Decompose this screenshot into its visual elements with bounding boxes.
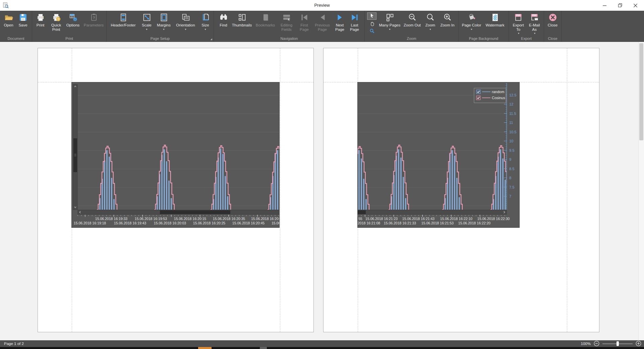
- close-window-button[interactable]: [628, 0, 643, 11]
- size-button[interactable]: Size▾: [198, 12, 213, 35]
- button-label: Find: [220, 23, 227, 27]
- next-page-button[interactable]: Next Page: [332, 12, 348, 35]
- minimize-button[interactable]: [597, 0, 612, 11]
- x-axis-label: 15.06.2: [272, 221, 279, 225]
- ribbon-group-navigation: FindThumbnailsBookmarksEditing FieldsFir…: [214, 11, 365, 42]
- close-icon: [548, 12, 558, 22]
- zoom-slider[interactable]: [602, 341, 633, 346]
- y-axis-label: 11.5: [509, 112, 516, 116]
- button-label: First Page: [300, 23, 309, 31]
- pan-tool-button[interactable]: [367, 20, 376, 27]
- page-color-button[interactable]: Page Color▾: [460, 12, 483, 35]
- random-bar: [507, 198, 508, 210]
- button-label: Previous Page: [315, 23, 330, 31]
- close-preview-button[interactable]: Close: [545, 12, 560, 35]
- random-bar: [220, 148, 221, 210]
- many-pages-button[interactable]: Many Pages▾: [378, 12, 402, 35]
- zoom-percent: 100%: [581, 342, 591, 346]
- legend-checkbox-cosinus[interactable]: [476, 96, 480, 100]
- chart-vertical-scrollbar[interactable]: [73, 84, 77, 210]
- preview-scrollbar-thumb[interactable]: [639, 43, 643, 140]
- chart-horizontal-scrollbar[interactable]: [78, 210, 279, 214]
- parameters-button: ?Parameters: [82, 12, 106, 35]
- header-footer-icon: [118, 12, 128, 22]
- save-icon: [18, 12, 28, 22]
- button-label: Next Page: [335, 23, 344, 31]
- legend-checkbox-random[interactable]: [476, 90, 480, 94]
- status-bar: Page 1 of 2 100%: [0, 340, 644, 347]
- random-bar: [227, 196, 228, 210]
- maximize-restore-button[interactable]: [612, 0, 628, 11]
- chart-legend: randomCosinus: [474, 88, 506, 103]
- preview-vertical-scrollbar[interactable]: [638, 42, 644, 340]
- print-button[interactable]: Print: [33, 12, 48, 35]
- last-page-button[interactable]: Last Page: [348, 12, 362, 35]
- taskbar-highlight: [260, 347, 267, 349]
- zoom-in-step-button[interactable]: [636, 341, 641, 347]
- previous-page-button: Previous Page: [313, 12, 332, 35]
- orientation-icon: [181, 12, 191, 22]
- zoom-button[interactable]: Zoom▾: [423, 12, 438, 35]
- y-axis-label: 9.5: [509, 148, 514, 152]
- bookmarks-button: Bookmarks: [254, 12, 277, 35]
- random-bar: [225, 176, 226, 210]
- dropdown-arrow-icon: ▾: [204, 28, 206, 31]
- random-bar: [171, 198, 172, 210]
- svg-text:PDF: PDF: [516, 14, 521, 16]
- save-button[interactable]: Save: [16, 12, 31, 35]
- hand-icon: [369, 20, 375, 27]
- x-axis-label: 15.06.2018 16:20:45: [232, 221, 265, 225]
- zoom-in-button[interactable]: Zoom In: [438, 12, 457, 35]
- dropdown-arrow-icon: ▾: [163, 28, 164, 31]
- pointer-tool-button[interactable]: [367, 12, 376, 20]
- button-label: Last Page: [350, 23, 359, 31]
- window-title: Preview: [0, 0, 644, 11]
- legend-label: Cosinus: [492, 96, 505, 100]
- zoom-out-button[interactable]: Zoom Out: [402, 12, 423, 35]
- find-button[interactable]: Find: [217, 12, 230, 35]
- export-to-button[interactable]: PDFExport To▾: [510, 12, 526, 35]
- dialog-launcher-icon[interactable]: ◢: [211, 38, 212, 41]
- zoom-slider-thumb[interactable]: [617, 341, 619, 346]
- quick-print-button[interactable]: Quick Print: [48, 12, 64, 35]
- dropdown-arrow-icon: ▾: [534, 31, 535, 36]
- button-label: Zoom: [425, 23, 435, 27]
- margins-button[interactable]: Margins▾: [155, 12, 173, 35]
- orientation-button[interactable]: Orientation▾: [173, 12, 198, 35]
- button-label: Open: [4, 23, 13, 27]
- plot-series: [97, 145, 279, 210]
- parameters-icon: ?: [89, 12, 99, 22]
- options-button[interactable]: Options: [64, 12, 82, 35]
- x-axis-label: 2018 16:21:08: [358, 221, 380, 225]
- button-label: Header/Footer: [111, 23, 135, 27]
- open-button[interactable]: Open: [2, 12, 16, 35]
- button-label: Export To: [513, 23, 524, 31]
- y-axis-label: 10: [509, 139, 513, 143]
- x-axis-label: 15.06.2018 16:20:35: [213, 217, 245, 221]
- header-footer-button[interactable]: Header/Footer: [108, 12, 139, 35]
- pointer-icon: [369, 12, 375, 20]
- chart-horizontal-scrollbar[interactable]: [358, 210, 507, 214]
- ribbon-group-caption: Document: [0, 37, 32, 41]
- email-as-button[interactable]: PDFE-Mail As▾: [526, 12, 542, 35]
- button-label: Orientation: [176, 23, 195, 27]
- watermark-button[interactable]: Watermark: [483, 12, 507, 35]
- options-icon: [68, 12, 78, 22]
- random-bar: [109, 157, 110, 210]
- ribbon-group-caption: Page Setup: [107, 37, 214, 41]
- random-bar: [497, 157, 499, 210]
- scrollbar-thumb[interactable]: [160, 210, 230, 214]
- scale-button[interactable]: Scale▾: [139, 12, 155, 35]
- ribbon-group-page-background: Page Color▾WatermarkPage Background: [459, 11, 509, 42]
- zoom-region-tool-button[interactable]: [367, 28, 376, 35]
- scrollbar-thumb[interactable]: [358, 210, 366, 214]
- ribbon-group-caption: Navigation: [214, 37, 364, 41]
- random-bar: [104, 160, 105, 210]
- zoom-out-step-button[interactable]: [594, 341, 599, 347]
- random-bar: [106, 150, 108, 210]
- open-folder-icon: [4, 12, 14, 22]
- editing-fields-icon: [282, 12, 292, 22]
- x-axis-label: 15.06.2018 16:21:33: [384, 221, 416, 225]
- random-bar: [111, 178, 112, 210]
- thumbnails-button[interactable]: Thumbnails: [230, 12, 254, 35]
